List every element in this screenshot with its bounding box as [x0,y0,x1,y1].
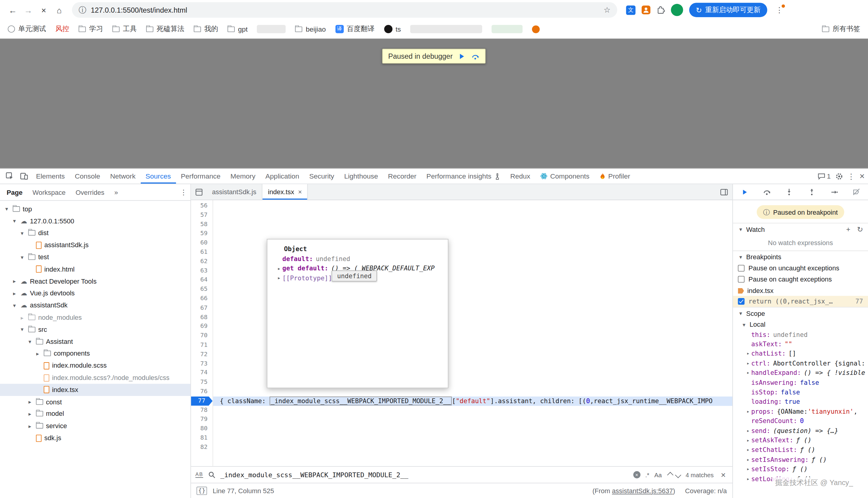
bookmark-folder-tools[interactable]: 工具 [112,24,137,34]
chevron-right-icon[interactable]: ▸ [745,370,751,376]
toggle-debugger-sidebar-icon[interactable] [716,184,732,200]
stop-icon[interactable]: × [37,3,51,17]
chevron-down-icon[interactable]: ▾ [738,254,743,260]
navigator-kebab-icon[interactable]: ⋮ [180,188,187,196]
chevron-right-icon[interactable]: ▸ [26,411,33,417]
translate-icon[interactable]: 文 [626,5,635,14]
chevron-right-icon[interactable]: ▸ [19,314,25,320]
chevron-down-icon[interactable]: ▾ [738,226,743,232]
tree-item-service[interactable]: ▸service [0,420,191,432]
tree-item-sdk-js[interactable]: sdk.js [0,432,191,444]
scope-var-chatlist[interactable]: ▸chatList:[] [733,349,868,358]
chevron-down-icon[interactable]: ▾ [741,322,748,328]
inspect-element-icon[interactable] [2,169,16,184]
forward-icon[interactable]: → [21,3,36,17]
chevron-right-icon[interactable]: ▸ [26,399,33,405]
chevron-right-icon[interactable]: ▸ [745,467,751,472]
resume-script-icon[interactable] [740,187,749,196]
scope-var-handleexpand[interactable]: ▸handleExpand:() => { !visible [733,368,868,378]
bookmark-baidu-translate[interactable]: 译百度翻译 [335,24,374,34]
tree-item-node-modules[interactable]: ▸node_modules [0,311,191,323]
scope-var-setisanswering[interactable]: ▸setIsAnswering:ƒ () [733,455,868,464]
tree-item-assistantsdk-js[interactable]: assistantSdk.js [0,239,191,251]
pause-uncaught-row[interactable]: Pause on uncaught exceptions [733,263,868,274]
browser-menu-kebab-icon[interactable]: ⋮ [774,3,786,17]
tree-item-src[interactable]: ▾src [0,323,191,336]
previous-match-icon[interactable] [667,472,674,478]
tree-item-components[interactable]: ▸components [0,348,191,359]
profile-avatar[interactable] [671,4,683,16]
tab-recorder[interactable]: Recorder [383,169,422,184]
deactivate-breakpoints-icon[interactable] [852,187,861,196]
step-icon[interactable] [829,187,838,196]
chevron-right-icon[interactable]: ▸ [276,265,282,271]
scope-var-resendcount[interactable]: reSendCount:0 [733,416,868,426]
device-toolbar-icon[interactable] [16,169,31,184]
tab-application[interactable]: Application [260,169,304,184]
chevron-right-icon[interactable]: ▸ [34,351,41,356]
close-tab-icon[interactable]: × [298,188,302,196]
devtools-kebab-icon[interactable]: ⋮ [847,172,855,180]
all-bookmarks-button[interactable]: 所有书签 [822,24,860,34]
chevron-down-icon[interactable]: ▾ [19,230,25,236]
devtools-close-icon[interactable]: × [859,172,865,180]
tree-item-assistantsdk[interactable]: ▾☁assistantSdk [0,299,191,311]
next-match-icon[interactable] [675,472,681,478]
match-case-toggle-icon[interactable]: Aa [654,472,662,478]
tree-item-index-module-scss[interactable]: index.module.scss [0,360,191,372]
step-over-icon[interactable] [763,187,771,196]
scope-var-isstop[interactable]: isStop:false [733,387,868,397]
scope-var-loading[interactable]: loading:true [733,397,868,406]
bookmark-folder-algorithm[interactable]: 死磕算法 [146,24,184,34]
step-over-icon[interactable] [471,52,480,60]
tab-performance[interactable]: Performance [176,169,225,184]
resume-script-icon[interactable] [458,52,466,60]
editor-tab-index-tsx[interactable]: index.tsx× [263,184,308,200]
chevron-right-icon[interactable]: ▸ [745,476,751,482]
pause-caught-row[interactable]: Pause on caught exceptions [733,274,868,285]
bookmark-folder-gpt[interactable]: gpt [228,25,248,33]
refresh-watch-icon[interactable]: ↻ [857,225,863,233]
chevron-right-icon[interactable]: ▸ [745,409,751,414]
tab-page[interactable]: Page [7,188,23,196]
tab-memory[interactable]: Memory [226,169,260,184]
step-out-icon[interactable] [807,187,816,196]
extensions-puzzle-icon[interactable] [656,6,665,14]
scope-var-send[interactable]: ▸send:(question) => {…} [733,426,868,435]
chevron-right-icon[interactable]: ▸ [745,437,751,443]
breakpoint-file-group[interactable]: index.tsx [733,285,868,296]
back-icon[interactable]: ← [5,3,20,17]
chevron-right-icon[interactable]: ▸ [11,278,18,284]
scope-var-props[interactable]: ▸props:{OAName: 'tianyunxin', [733,406,868,416]
bookmark-ts[interactable]: ts [384,25,401,34]
tree-item-index-html[interactable]: index.html [0,263,191,275]
tab-components[interactable]: Components [535,169,594,184]
chevron-right-icon[interactable]: ▸ [11,290,18,296]
scope-var-setasktext[interactable]: ▸setAskText:ƒ () [733,435,868,445]
regex-toggle-icon[interactable]: .* [645,472,649,478]
tree-item-index-tsx[interactable]: index.tsx [0,384,191,396]
source-file-link[interactable]: assistantSdk.js:5637 [612,487,673,495]
tab-redux[interactable]: Redux [505,169,535,184]
breakpoint-entry[interactable]: return ((0,react_jsx_… 77 [733,296,868,307]
step-into-icon[interactable] [785,187,794,196]
tab-elements[interactable]: Elements [31,169,70,184]
bookmark-unit-test[interactable]: 单元测试 [8,24,46,34]
bookmark-folder-study[interactable]: 学习 [79,24,103,34]
tree-item-vue-devtools[interactable]: ▸☁Vue.js devtools [0,287,191,299]
editor-tab-assistantsdk[interactable]: assistantSdk.js [206,184,263,200]
tree-item-test[interactable]: ▾test [0,251,191,263]
pretty-print-icon[interactable]: {} [196,487,207,495]
scope-local-header[interactable]: ▾ Local [733,319,868,330]
open-file-tabs-icon[interactable] [191,184,206,200]
breakpoints-section-header[interactable]: ▾ Breakpoints [733,250,868,263]
close-search-icon[interactable]: × [718,470,728,479]
chevron-right-icon[interactable]: ▸ [745,351,751,356]
tree-item-react-devtools[interactable]: ▸☁React Developer Tools [0,275,191,287]
chevron-right-icon[interactable]: ▸ [745,447,751,453]
tab-sources[interactable]: Sources [140,169,176,184]
tab-network[interactable]: Network [105,169,140,184]
chevron-right-icon[interactable]: ▸ [745,361,751,366]
tab-profiler[interactable]: Profiler [594,169,635,184]
scope-var-ctrl[interactable]: ▸ctrl:AbortController {signal: [733,358,868,368]
